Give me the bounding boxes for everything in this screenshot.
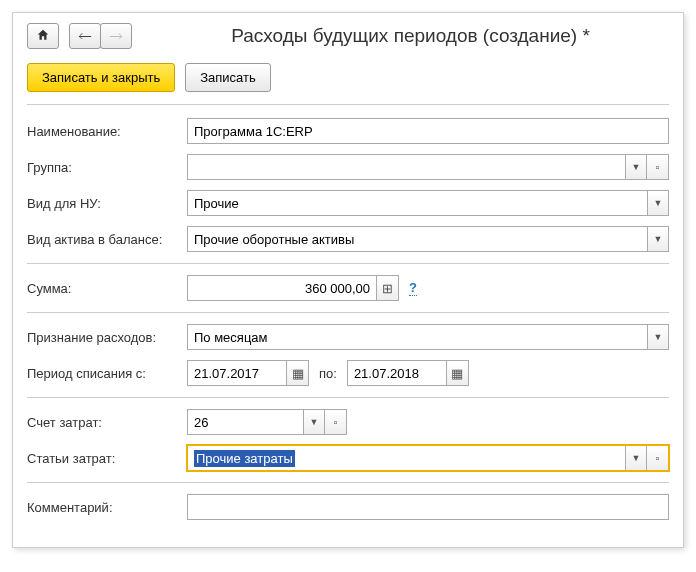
cost-items-input[interactable]: Прочие затраты: [187, 445, 625, 471]
chevron-down-icon: ▼: [310, 417, 319, 427]
chevron-down-icon: ▼: [632, 453, 641, 463]
nu-type-label: Вид для НУ:: [27, 196, 187, 211]
recognition-input[interactable]: [187, 324, 647, 350]
cost-items-label: Статьи затрат:: [27, 451, 187, 466]
period-to-label: по:: [319, 366, 337, 381]
cost-account-label: Счет затрат:: [27, 415, 187, 430]
open-icon: ▫: [656, 161, 660, 173]
page-title: Расходы будущих периодов (создание) *: [152, 25, 669, 47]
help-button[interactable]: ?: [409, 280, 417, 296]
period-from-calendar-button[interactable]: ▦: [287, 360, 309, 386]
period-to-input[interactable]: [347, 360, 447, 386]
period-to-calendar-button[interactable]: ▦: [447, 360, 469, 386]
home-icon: [36, 28, 50, 45]
chevron-down-icon: ▼: [632, 162, 641, 172]
group-dropdown-button[interactable]: ▼: [625, 154, 647, 180]
recognition-label: Признание расходов:: [27, 330, 187, 345]
arrow-right-icon: 🡒: [109, 28, 123, 44]
save-close-button[interactable]: Записать и закрыть: [27, 63, 175, 92]
cost-items-dropdown-button[interactable]: ▼: [625, 445, 647, 471]
save-button[interactable]: Записать: [185, 63, 271, 92]
group-label: Группа:: [27, 160, 187, 175]
arrow-left-icon: 🡐: [78, 28, 92, 44]
back-button[interactable]: 🡐: [69, 23, 101, 49]
amount-label: Сумма:: [27, 281, 187, 296]
recognition-dropdown-button[interactable]: ▼: [647, 324, 669, 350]
amount-input[interactable]: [187, 275, 377, 301]
comment-label: Комментарий:: [27, 500, 187, 515]
open-icon: ▫: [656, 452, 660, 464]
name-input[interactable]: [187, 118, 669, 144]
balance-asset-input[interactable]: [187, 226, 647, 252]
balance-asset-label: Вид актива в балансе:: [27, 232, 187, 247]
forward-button: 🡒: [100, 23, 132, 49]
comment-input[interactable]: [187, 494, 669, 520]
nu-type-dropdown-button[interactable]: ▼: [647, 190, 669, 216]
name-label: Наименование:: [27, 124, 187, 139]
open-icon: ▫: [334, 416, 338, 428]
group-input[interactable]: [187, 154, 625, 180]
calculator-icon: ⊞: [380, 280, 396, 296]
cost-items-selected-text: Прочие затраты: [194, 450, 295, 467]
calendar-icon: ▦: [449, 365, 465, 381]
period-from-label: Период списания с:: [27, 366, 187, 381]
home-button[interactable]: [27, 23, 59, 49]
cost-account-open-button[interactable]: ▫: [325, 409, 347, 435]
chevron-down-icon: ▼: [654, 198, 663, 208]
watermark: 1S83.info: [267, 554, 463, 560]
group-open-button[interactable]: ▫: [647, 154, 669, 180]
cost-account-dropdown-button[interactable]: ▼: [303, 409, 325, 435]
calendar-icon: ▦: [290, 365, 306, 381]
cost-account-input[interactable]: [187, 409, 303, 435]
calculator-button[interactable]: ⊞: [377, 275, 399, 301]
chevron-down-icon: ▼: [654, 332, 663, 342]
period-from-input[interactable]: [187, 360, 287, 386]
cost-items-open-button[interactable]: ▫: [647, 445, 669, 471]
nu-type-input[interactable]: [187, 190, 647, 216]
balance-asset-dropdown-button[interactable]: ▼: [647, 226, 669, 252]
chevron-down-icon: ▼: [654, 234, 663, 244]
